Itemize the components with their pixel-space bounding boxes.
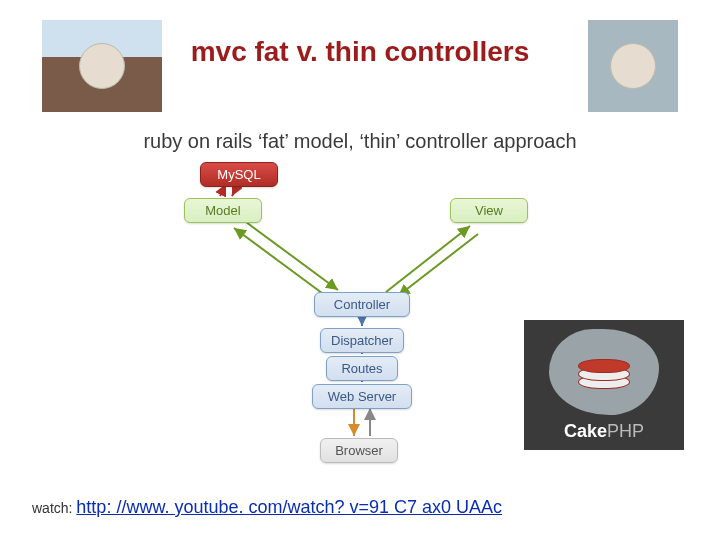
svg-line-5	[398, 234, 478, 296]
cakephp-logo: CakePHP	[524, 320, 684, 450]
svg-line-4	[386, 226, 470, 292]
svg-line-3	[234, 228, 326, 296]
footer-prefix: watch:	[32, 500, 76, 516]
cakephp-suffix: PHP	[607, 421, 644, 441]
svg-line-2	[246, 222, 338, 290]
slide-root: mvc fat v. thin controllers ruby on rail…	[0, 0, 720, 540]
slide-subtitle: ruby on rails ‘fat’ model, ‘thin’ contro…	[0, 130, 720, 153]
mvc-diagram: MySQL Model View Controller Dispatcher R…	[150, 162, 570, 462]
node-browser: Browser	[320, 438, 398, 463]
node-mysql: MySQL	[200, 162, 278, 187]
footer: watch: http: //www. youtube. com/watch? …	[32, 497, 502, 518]
cake-icon	[549, 329, 659, 415]
cakephp-prefix: Cake	[564, 421, 607, 441]
node-webserver: Web Server	[312, 384, 412, 409]
node-routes: Routes	[326, 356, 398, 381]
cakephp-label: CakePHP	[564, 421, 644, 442]
slide-title: mvc fat v. thin controllers	[0, 36, 720, 68]
node-view: View	[450, 198, 528, 223]
node-model: Model	[184, 198, 262, 223]
node-controller: Controller	[314, 292, 410, 317]
node-dispatcher: Dispatcher	[320, 328, 404, 353]
watch-link[interactable]: http: //www. youtube. com/watch? v=91 C7…	[76, 497, 502, 517]
